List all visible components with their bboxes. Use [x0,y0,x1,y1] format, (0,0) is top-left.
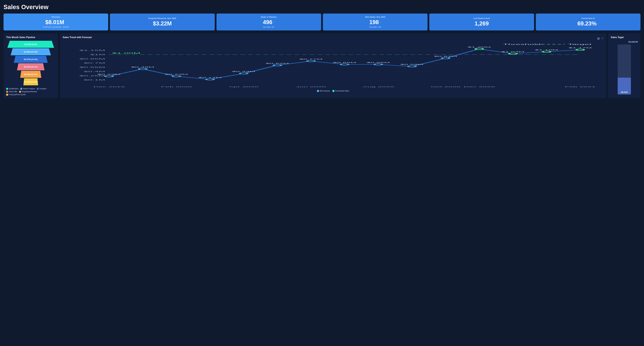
svg-text:Threshold:: Threshold: [503,43,543,45]
svg-text:$0.4M: $0.4M [84,71,105,72]
kpi-label-lost-deals: Lost Deals Count [432,17,531,19]
svg-text:$0.23M: $0.23M [98,73,121,75]
trend-panel-header: Sales Trend with Forecast ▦ ⤢ [63,36,604,41]
kpi-label-revenue: Revenue [6,16,105,18]
svg-text:$1.10M: $1.10M [535,49,558,51]
svg-text:Feb 2021: Feb 2021 [565,86,596,88]
funnel-bar-3: $5.97M (20.1%) [17,63,44,70]
kpi-card-revenue: Revenue $8.01M ↓ % Diff from Last Month:… [4,13,108,30]
trend-icons: ▦ ⤢ [597,37,604,40]
kpi-row: Revenue $8.01M ↓ % Diff from Last Month:… [4,13,640,30]
kpi-value-lost-deals: 1,269 [432,20,531,27]
kpi-label-conversion: Conversion % [539,17,638,19]
svg-point-31 [139,68,146,70]
svg-text:$1.17M: $1.17M [569,47,592,48]
svg-point-49 [442,57,450,59]
svg-text:$1.15M: $1.15M [80,49,105,51]
funnel-panel: This Month Sales Pipeline $2.43M (8.2%)$… [4,33,58,98]
arrow-up-icon-deals: ↑ [273,20,275,24]
funnel-panel-title: This Month Sales Pipeline [6,36,55,39]
svg-text:$0.58M: $0.58M [400,64,424,65]
svg-text:$0.7M: $0.7M [84,62,105,64]
svg-text:$1M: $1M [90,54,105,55]
svg-text:$0.23M: $0.23M [165,73,188,75]
bar-chart-icon[interactable]: ▦ [597,37,600,40]
arrow-up-icon-won: ↑ [380,20,381,24]
svg-point-35 [206,79,214,80]
svg-text:Oct 2020: Oct 2020 [431,86,460,88]
trend-chart-svg: $1.00MThreshold:Target$0.1M$0.25M$0.4M$0… [63,42,604,89]
sales-target-bar-value: $8.01M [618,91,631,93]
kpi-card-won-deals: Won Deals: Nov 2020 198 ↑ Oct 2020: 139 [323,13,428,30]
svg-point-43 [341,64,348,65]
svg-point-39 [274,65,281,66]
sales-target-amount: $23.8827M [611,41,638,43]
svg-text:Jun 2020: Jun 2020 [296,86,326,88]
funnel-legend-item-2: Prospect [37,88,46,90]
svg-text:$0.77M: $0.77M [299,58,322,60]
svg-text:Feb 2020: Feb 2020 [161,86,192,88]
kpi-value-won-deals: 198 ↑ [326,19,424,25]
kpi-label-expected-revenue: Exepcted Revenue: Nov 2020 [113,17,212,19]
funnel-legend-item-1: Needs Analysis [20,88,35,90]
svg-point-53 [509,53,517,54]
arrow-down-icon: ↓ [65,20,66,24]
svg-text:$1.00M: $1.00M [112,52,140,54]
funnel-legend-item-4: Negotiation/Review [19,91,37,93]
svg-text:$0.49M: $0.49M [131,66,154,68]
kpi-value-conversion: 69.23% ↑ [539,20,638,27]
kpi-sub-revenue: % Diff from Last Month: -26.94% [6,26,105,28]
sales-target-bar-bg: $8.01M [618,44,631,94]
funnel-bar-0: $2.43M (8.2%) [7,41,54,48]
funnel-bar-4: $6.38M (21.5%) [20,71,41,78]
svg-text:$1.03M: $1.03M [501,51,524,52]
kpi-value-expected-revenue: $3.22M [113,20,212,27]
funnel-legend-item-5: Proposal/Price Quote [6,94,26,96]
sales-target-bar-fill: $8.01M [618,78,631,94]
svg-text:$0.33M: $0.33M [232,71,255,72]
page-title: Sales Overview [4,3,640,10]
svg-text:$0.12M: $0.12M [198,77,222,78]
kpi-value-deals-pipeline: 496 ↑ [220,19,318,25]
kpi-card-expected-revenue: Exepcted Revenue: Nov 2020 $3.22M [110,13,214,30]
svg-point-45 [374,64,382,65]
svg-point-51 [475,48,483,50]
funnel-legend-item-3: Initial Offer [6,91,17,93]
expand-icon[interactable]: ⤢ [601,37,604,40]
svg-text:Dec 2019: Dec 2019 [93,86,125,88]
svg-text:$0.65M: $0.65M [367,62,390,63]
kpi-card-deals-pipeline: Deals in Pipeline 496 ↑ Oct 2020: 347 [216,13,321,30]
trend-legend-item-1: ✓Forecasted Sales [332,90,349,92]
main-row: This Month Sales Pipeline $2.43M (8.2%)$… [4,33,640,98]
kpi-sub-won-deals: Oct 2020: 139 [326,26,424,28]
svg-text:$0.65M: $0.65M [333,62,356,63]
funnel-chart: $2.43M (8.2%)$3.05M (10.3%)$4.57M (15.4%… [6,41,55,85]
sales-target-panel: Sales Taget $23.8827M $8.01M [608,33,640,98]
kpi-card-lost-deals: Lost Deals Count 1,269 [429,13,534,30]
trend-panel: Sales Trend with Forecast ▦ ⤢ $1.00MThre… [60,33,606,98]
svg-text:$0.87M: $0.87M [434,56,457,57]
trend-chart-area: $1.00MThreshold:Target$0.1M$0.25M$0.4M$0… [63,42,604,89]
svg-text:Dec 2020: Dec 2020 [464,86,495,88]
svg-text:Apr 2020: Apr 2020 [229,86,258,88]
svg-text:$0.85M: $0.85M [80,58,105,60]
kpi-sub-deals-pipeline: Oct 2020: 347 [220,26,318,28]
svg-point-37 [240,73,248,74]
trend-legend-item-0: ✓Won Amount [317,90,330,92]
svg-text:$1.20M: $1.20M [468,46,491,48]
svg-point-55 [543,51,550,52]
kpi-label-won-deals: Won Deals: Nov 2020 [326,16,424,18]
svg-point-29 [105,76,113,77]
funnel-bar-5: $7.31M (24.6%) [24,78,38,85]
svg-text:Aug 2020: Aug 2020 [362,86,394,88]
kpi-value-revenue: $8.01M ↓ [6,19,105,25]
sales-target-bar-container: $8.01M [611,44,638,94]
svg-point-57 [576,49,584,50]
funnel-legend-item-0: Qualification [6,88,18,90]
arrow-up-icon-conversion: ↑ [598,22,599,25]
svg-text:$0.1M: $0.1M [84,79,105,81]
funnel-legend: QualificationNeeds AnalysisProspectIniti… [6,88,55,96]
svg-text:$0.55M: $0.55M [80,66,105,68]
trend-chart-legend: ✓Won Amount✓Forecasted Sales [63,90,604,92]
funnel-bar-1: $3.05M (10.3%) [10,48,51,55]
